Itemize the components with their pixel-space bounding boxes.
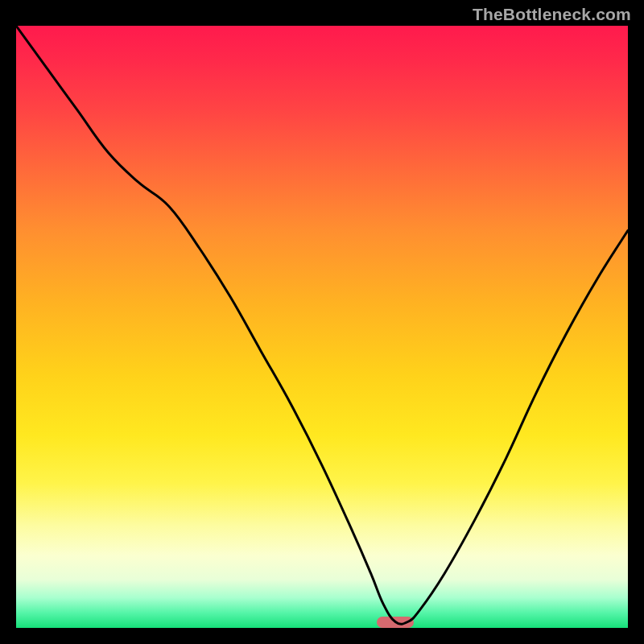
- chart-frame: TheBottleneck.com: [0, 0, 644, 644]
- plot-area: [16, 26, 628, 628]
- bottleneck-curve: [16, 26, 628, 628]
- watermark-text: TheBottleneck.com: [473, 5, 631, 24]
